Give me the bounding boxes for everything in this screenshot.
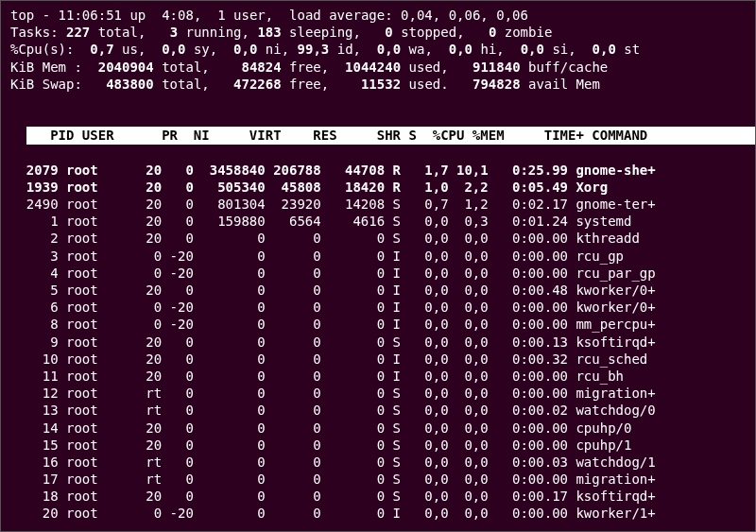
summary-line-tasks: Tasks: 227 total, 3 running, 183 sleepin… [10, 24, 746, 41]
process-row: 18 root 20 0 0 0 0 S 0,0 0,0 0:00.17 kso… [10, 488, 746, 505]
process-row: 2 root 20 0 0 0 0 S 0,0 0,0 0:00.00 kthr… [10, 230, 746, 247]
process-row: 5 root 20 0 0 0 0 I 0,0 0,0 0:00.48 kwor… [10, 282, 746, 299]
process-row: 12 root rt 0 0 0 0 S 0,0 0,0 0:00.00 mig… [10, 385, 746, 402]
process-row: 9 root 20 0 0 0 0 S 0,0 0,0 0:00.13 ksof… [10, 334, 746, 351]
process-row: 10 root 20 0 0 0 0 I 0,0 0,0 0:00.32 rcu… [10, 351, 746, 368]
process-row: 13 root rt 0 0 0 0 S 0,0 0,0 0:00.02 wat… [10, 402, 746, 419]
summary-line-top: top - 11:06:51 up 4:08, 1 user, load ave… [10, 7, 746, 24]
process-row: 3 root 0 -20 0 0 0 I 0,0 0,0 0:00.00 rcu… [10, 248, 746, 265]
summary-line-mem: KiB Mem : 2040904 total, 84824 free, 104… [10, 59, 746, 76]
process-row: 17 root rt 0 0 0 0 S 0,0 0,0 0:00.00 mig… [10, 471, 746, 488]
process-row: 8 root 0 -20 0 0 0 I 0,0 0,0 0:00.00 mm_… [10, 316, 746, 333]
process-row: 4 root 0 -20 0 0 0 I 0,0 0,0 0:00.00 rcu… [10, 265, 746, 282]
process-row: 1 root 20 0 159880 6564 4616 S 0,0 0,3 0… [10, 213, 746, 230]
process-row: 20 root 0 -20 0 0 0 I 0,0 0,0 0:00.00 kw… [10, 505, 746, 522]
summary-line-cpu: %Cpu(s): 0,7 us, 0,0 sy, 0,0 ni, 99,3 id… [10, 41, 746, 58]
process-row: 11 root 20 0 0 0 0 I 0,0 0,0 0:00.00 rcu… [10, 368, 746, 385]
process-table: PID USER PR NI VIRT RES SHR S %CPU %MEM … [10, 110, 746, 532]
process-row: 1939 root 20 0 505340 45808 18420 R 1,0 … [10, 179, 746, 196]
blank-line [10, 93, 746, 110]
process-row: 2079 root 20 0 3458840 206788 44708 R 1,… [10, 162, 746, 179]
process-row: 2490 root 20 0 801304 23920 14208 S 0,7 … [10, 196, 746, 213]
column-header-row: PID USER PR NI VIRT RES SHR S %CPU %MEM … [26, 127, 756, 144]
process-row: 14 root 20 0 0 0 0 S 0,0 0,0 0:00.00 cpu… [10, 420, 746, 437]
process-row: 15 root 20 0 0 0 0 S 0,0 0,0 0:00.00 cpu… [10, 437, 746, 454]
process-row: 6 root 0 -20 0 0 0 I 0,0 0,0 0:00.00 kwo… [10, 299, 746, 316]
process-row: 16 root rt 0 0 0 0 S 0,0 0,0 0:00.03 wat… [10, 454, 746, 471]
summary-line-swap: KiB Swap: 483800 total, 472268 free, 115… [10, 76, 746, 93]
